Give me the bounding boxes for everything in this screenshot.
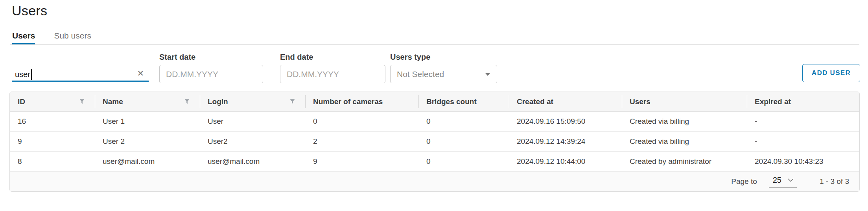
filter-icon[interactable]	[184, 99, 190, 104]
users-type-group: Users type Not Selected	[390, 53, 497, 83]
end-date-input[interactable]	[280, 65, 385, 83]
users-type-select[interactable]: Not Selected	[390, 65, 497, 83]
cell-name: user@mail.com	[95, 157, 200, 166]
filter-icon[interactable]	[79, 99, 85, 104]
table-row[interactable]: 16 User 1 User 0 0 2024.09.16 15:09:50 C…	[10, 112, 859, 132]
users-type-label: Users type	[390, 53, 497, 62]
tabs-divider	[10, 44, 859, 45]
cell-expired-at: -	[747, 137, 859, 146]
column-header-bridges: Bridges count	[418, 92, 509, 111]
cell-id: 9	[10, 137, 95, 146]
tab-users[interactable]: Users	[12, 31, 35, 45]
chevron-down-icon	[788, 178, 794, 182]
cell-users: Created via billing	[622, 137, 747, 146]
end-date-label: End date	[280, 53, 385, 62]
column-header-label: Number of cameras	[313, 97, 383, 106]
cell-users: Created by administrator	[622, 157, 747, 166]
page-size-select[interactable]: 25	[769, 176, 797, 188]
tab-bar: Users Sub users	[12, 31, 91, 45]
page-title: Users	[12, 3, 47, 18]
cell-login: User	[200, 117, 305, 126]
clear-search-icon[interactable]: ✕	[137, 69, 144, 77]
cell-bridges: 0	[418, 117, 509, 126]
page-size-value: 25	[773, 176, 781, 185]
column-header-label: Users	[630, 97, 651, 106]
cell-expired-at: -	[747, 117, 859, 126]
users-table: ID Name Login Number of cameras Bridges …	[9, 92, 860, 192]
column-header-users: Users	[622, 92, 747, 111]
column-header-label: Bridges count	[426, 97, 477, 106]
column-header-label: Created at	[517, 97, 553, 106]
start-date-group: Start date	[159, 53, 263, 83]
text-caret	[31, 69, 32, 80]
cell-bridges: 0	[418, 157, 509, 166]
cell-id: 8	[10, 157, 95, 166]
column-header-expired-at: Expired at	[747, 92, 859, 111]
add-user-button[interactable]: ADD USER	[802, 64, 860, 82]
cell-name: User 2	[95, 137, 200, 146]
cell-expired-at: 2024.09.30 10:43:23	[747, 157, 859, 166]
column-header-cameras: Number of cameras	[305, 92, 418, 111]
dropdown-arrow-icon	[485, 73, 490, 76]
cell-cameras: 0	[305, 117, 418, 126]
cell-id: 16	[10, 117, 95, 126]
start-date-input[interactable]	[159, 65, 263, 83]
column-header-name[interactable]: Name	[95, 92, 200, 111]
column-header-label: Login	[208, 97, 228, 106]
column-header-label: Expired at	[755, 97, 791, 106]
start-date-label: Start date	[159, 53, 263, 62]
table-footer: Page to 25 1 - 3 of 3	[10, 172, 859, 191]
page-to-label: Page to	[731, 177, 757, 186]
column-header-id[interactable]: ID	[10, 92, 95, 111]
cell-login: User2	[200, 137, 305, 146]
pagination-range: 1 - 3 of 3	[820, 177, 849, 186]
cell-created-at: 2024.09.16 15:09:50	[509, 117, 622, 126]
column-header-created-at: Created at	[509, 92, 622, 111]
search-input[interactable]	[12, 66, 149, 81]
cell-created-at: 2024.09.12 14:39:24	[509, 137, 622, 146]
filter-icon[interactable]	[290, 99, 295, 104]
column-header-label: ID	[18, 97, 25, 106]
column-header-label: Name	[103, 97, 123, 106]
cell-created-at: 2024.09.12 10:44:00	[509, 157, 622, 166]
end-date-group: End date	[280, 53, 385, 83]
column-header-login[interactable]: Login	[200, 92, 305, 111]
search-field[interactable]: ✕	[12, 66, 149, 82]
users-type-value: Not Selected	[397, 70, 444, 79]
cell-login: user@mail.com	[200, 157, 305, 166]
cell-cameras: 2	[305, 137, 418, 146]
cell-name: User 1	[95, 117, 200, 126]
table-row[interactable]: 8 user@mail.com user@mail.com 9 0 2024.0…	[10, 152, 859, 172]
cell-bridges: 0	[418, 137, 509, 146]
cell-users: Created via billing	[622, 117, 747, 126]
tab-sub-users[interactable]: Sub users	[54, 31, 91, 45]
cell-cameras: 9	[305, 157, 418, 166]
table-header-row: ID Name Login Number of cameras Bridges …	[10, 92, 859, 112]
table-row[interactable]: 9 User 2 User2 2 0 2024.09.12 14:39:24 C…	[10, 132, 859, 152]
